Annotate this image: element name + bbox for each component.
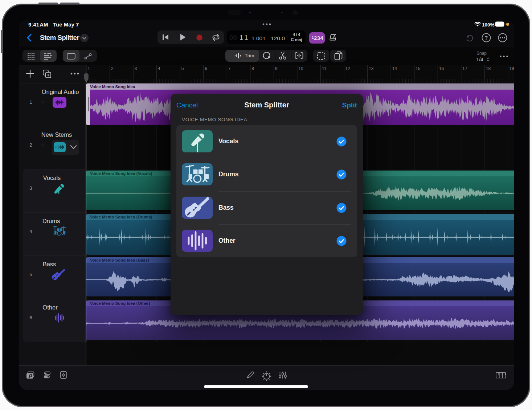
svg-text:1: 1: [88, 66, 90, 71]
svg-text:10: 10: [298, 66, 303, 71]
svg-text:5: 5: [181, 66, 184, 71]
svg-text:16: 16: [439, 66, 444, 71]
svg-text:2: 2: [111, 66, 114, 71]
svg-text:15: 15: [416, 66, 421, 71]
svg-text:?: ?: [485, 35, 488, 41]
svg-text:6: 6: [205, 66, 207, 71]
svg-text:9: 9: [275, 66, 278, 71]
svg-text:14: 14: [392, 66, 397, 71]
svg-text:4: 4: [158, 66, 160, 71]
svg-text:7: 7: [228, 66, 231, 71]
svg-text:18: 18: [486, 66, 491, 71]
svg-text:19: 19: [509, 66, 514, 71]
svg-text:8: 8: [251, 66, 254, 71]
svg-text:11: 11: [322, 66, 327, 71]
svg-text:13: 13: [369, 66, 374, 71]
svg-text:12: 12: [345, 66, 351, 71]
svg-text:3: 3: [135, 66, 137, 71]
svg-text:17: 17: [462, 66, 467, 71]
